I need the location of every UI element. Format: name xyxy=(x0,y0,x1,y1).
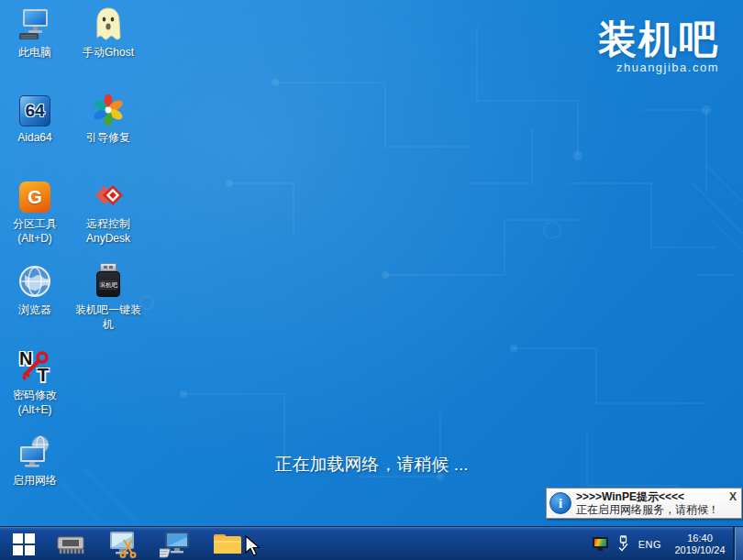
ghost-icon xyxy=(73,5,143,41)
tray-date: 2019/10/24 xyxy=(670,544,730,556)
nt-key-icon: N T xyxy=(0,347,70,384)
taskbar-file-explorer-button[interactable] xyxy=(212,530,243,559)
logo-title: 装机吧 xyxy=(598,18,719,60)
tray-display-icon[interactable] xyxy=(593,537,608,551)
icon-label-line2: (Alt+D) xyxy=(0,231,70,246)
folder-icon xyxy=(213,533,242,556)
desktop-icon-aida64[interactable]: 64 Aida64 xyxy=(0,90,70,145)
desktop-icon-partition-tool[interactable]: G 分区工具 (Alt+D) xyxy=(0,176,70,246)
notification-title: >>>>WinPE提示<<<< xyxy=(576,490,684,503)
taskbar-ram-tool-button[interactable] xyxy=(55,530,86,559)
taskbar-screenshot-tool-button[interactable] xyxy=(107,530,139,559)
anydesk-icon xyxy=(73,176,143,213)
winpe-desktop: 此电脑 手动Ghost 64 Aida64 xyxy=(0,0,743,560)
desktop-icon-anydesk[interactable]: 远程控制 AnyDesk xyxy=(73,176,143,246)
icon-label: Aida64 xyxy=(0,130,70,145)
desktop-icon-manual-ghost[interactable]: 手动Ghost xyxy=(73,5,143,60)
icon-label: 远程控制 xyxy=(73,216,143,231)
monitor-keyboard-icon xyxy=(160,531,191,558)
windows-logo-icon xyxy=(13,533,35,555)
icon-label-line2: AnyDesk xyxy=(73,231,143,246)
monitor-scissors-icon xyxy=(108,531,138,558)
icon-label: 装机吧一键装机 xyxy=(73,302,143,332)
desktop-icon-this-pc[interactable]: 此电脑 xyxy=(0,5,70,60)
tray-usb-eject-icon[interactable] xyxy=(616,535,630,553)
taskbar-input-tool-button[interactable] xyxy=(160,530,191,559)
notification-close-button[interactable]: X xyxy=(728,490,737,503)
icon-label: 手动Ghost xyxy=(73,45,143,60)
usb-stick-icon: 装机吧 xyxy=(73,262,143,299)
info-icon: i xyxy=(549,492,571,514)
start-button[interactable] xyxy=(8,533,39,555)
desktop-icon-password-reset[interactable]: N T 密码修改 (Alt+E) xyxy=(0,347,70,417)
tray-language-indicator[interactable]: ENG xyxy=(638,539,661,550)
loading-message: 正在加载网络，请稍候 ... xyxy=(0,453,743,477)
tray-clock[interactable]: 16:40 2019/10/24 xyxy=(670,533,730,556)
show-desktop-button[interactable] xyxy=(733,527,743,560)
pinwheel-icon xyxy=(73,90,143,126)
desktop-icon-browser[interactable]: 浏览器 xyxy=(0,262,70,317)
tray-time: 16:40 xyxy=(670,533,730,544)
winpe-notification: i >>>>WinPE提示<<<< X 正在启用网络服务，请稍候！ xyxy=(546,488,742,519)
aida64-icon: 64 xyxy=(0,90,70,126)
chip-icon xyxy=(55,533,86,556)
icon-label-line2: (Alt+E) xyxy=(0,402,70,417)
globe-icon xyxy=(0,262,70,299)
notification-message: 正在启用网络服务，请稍候！ xyxy=(576,503,737,516)
taskbar: ENG 16:40 2019/10/24 xyxy=(0,526,743,560)
icon-label: 分区工具 xyxy=(0,216,70,231)
this-pc-icon xyxy=(0,5,70,41)
zhuangjiba-logo: 装机吧 zhuangjiba.com xyxy=(598,18,719,74)
desktop-icon-zhuangjiba-install[interactable]: 装机吧 装机吧一键装机 xyxy=(73,262,143,332)
icon-label: 浏览器 xyxy=(0,302,70,317)
desktop-icon-boot-repair[interactable]: 引导修复 xyxy=(73,90,143,145)
icon-label: 引导修复 xyxy=(73,130,143,145)
icon-label: 此电脑 xyxy=(0,45,70,60)
logo-subtitle: zhuangjiba.com xyxy=(598,60,719,74)
diskgenius-icon: G xyxy=(0,176,70,213)
icon-label: 密码修改 xyxy=(0,388,70,402)
